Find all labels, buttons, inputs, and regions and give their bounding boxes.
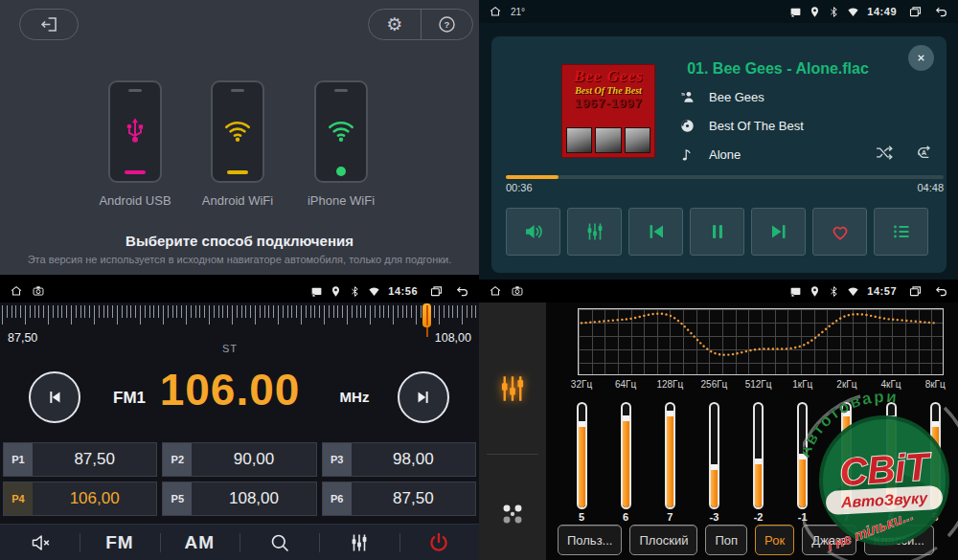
home-icon[interactable] [489, 5, 502, 18]
preset-frequency: 98,00 [352, 443, 475, 476]
eq-slider-256Гц[interactable] [709, 402, 719, 509]
eq-slider-32Гц[interactable] [577, 402, 587, 509]
scale-tick [375, 305, 376, 318]
camera-icon[interactable] [32, 284, 45, 298]
phone-outline [108, 80, 162, 183]
eq-slider-8кГц[interactable] [930, 402, 941, 509]
play-mode-controls: A [874, 143, 934, 163]
scale-tick [347, 305, 348, 325]
eq-slider-1кГц[interactable] [797, 402, 808, 509]
preset-P6[interactable]: P687,50 [322, 482, 476, 516]
previous-icon [645, 220, 668, 243]
eq-preset-плоский[interactable]: Плоский [629, 525, 697, 555]
back-icon[interactable] [934, 5, 948, 19]
volume-button[interactable] [506, 208, 560, 256]
toolbar-equalizer-button[interactable] [319, 525, 399, 560]
close-button[interactable] [908, 45, 934, 71]
frequency-display: 106.00 [0, 364, 460, 415]
recents-icon[interactable] [429, 284, 444, 299]
eq-slider-4кГц[interactable] [886, 402, 897, 509]
shuffle-icon[interactable] [874, 143, 894, 163]
eq-preset-польз[interactable]: Польз... [558, 525, 622, 555]
tuning-pointer[interactable] [422, 303, 431, 327]
toolbar-search-button[interactable] [240, 525, 319, 560]
toolbar-fm-button[interactable]: FM [80, 525, 159, 560]
scale-tick [287, 305, 288, 318]
favorite-button[interactable] [812, 208, 867, 256]
bluetooth-icon [828, 285, 840, 298]
next-button[interactable] [751, 208, 806, 256]
eq-slider-fill [623, 421, 629, 507]
camera-icon[interactable] [511, 284, 524, 298]
bluetooth-icon [349, 285, 361, 298]
eq-slider-512Гц[interactable] [753, 402, 764, 509]
scale-tick [393, 305, 394, 325]
settings-button[interactable]: ⚙ [369, 10, 421, 39]
scale-tick [149, 305, 150, 318]
home-icon[interactable] [489, 284, 502, 298]
exit-button[interactable] [19, 9, 79, 40]
help-button[interactable]: ? [421, 10, 473, 39]
scale-tick [172, 305, 173, 318]
toolbar-power-button[interactable] [399, 525, 479, 560]
eq-preset-рок[interactable]: Рок [755, 525, 794, 555]
artist-name: Bee Gees [709, 90, 764, 104]
preset-P1[interactable]: P187,50 [3, 442, 157, 477]
eq-slider-fill [888, 421, 895, 507]
connect-option-android-usb[interactable]: Android USB [108, 80, 162, 183]
eq-response-curve [579, 309, 943, 374]
repeat-all-icon[interactable]: A [914, 143, 934, 163]
recents-icon[interactable] [908, 5, 923, 19]
radio-toolbar: FMAM [0, 524, 479, 560]
eq-slider-128Гц[interactable] [665, 402, 675, 509]
eq-preset-поп[interactable]: Поп [705, 525, 747, 555]
heart-icon [829, 220, 852, 243]
playlist-button[interactable] [874, 208, 928, 256]
equalizer-button[interactable] [567, 208, 622, 256]
eq-preset-джазз[interactable]: Джазз [802, 525, 855, 555]
connect-option-android-wifi[interactable]: Android WiFi [211, 80, 264, 183]
tuning-scale[interactable] [0, 305, 479, 342]
connect-option-iphone-wifi[interactable]: iPhone WiFi [314, 80, 368, 183]
back-icon[interactable] [455, 284, 469, 299]
toolbar-mute-button[interactable] [0, 525, 80, 560]
scale-tick [370, 305, 371, 325]
balance-tab-icon[interactable] [497, 499, 528, 529]
preset-P4[interactable]: P4106,00 [3, 482, 157, 516]
total-time: 04:48 [917, 182, 944, 193]
toolbar-am-button[interactable]: AM [160, 525, 240, 560]
preset-P2[interactable]: P290,00 [162, 442, 316, 477]
location-icon [809, 6, 821, 18]
connect-screen: ⚙ ? Android USBAndroid WiFiiPhone WiFi В… [0, 0, 479, 275]
scale-tick [383, 305, 384, 318]
scale-tick [80, 305, 81, 318]
scale-tick [135, 305, 136, 318]
scale-tick [76, 305, 77, 318]
progress-bar[interactable] [506, 175, 944, 179]
eq-slider-2кГц[interactable] [841, 402, 852, 509]
scale-tick [66, 305, 67, 318]
eq-preset-класси[interactable]: Класси... [864, 525, 935, 555]
previous-button[interactable] [628, 208, 683, 256]
equalizer-tab-icon[interactable] [495, 371, 530, 406]
preset-P5[interactable]: P5108,00 [162, 482, 316, 516]
scale-tick [268, 305, 269, 318]
eq-slider-64Гц[interactable] [621, 402, 631, 509]
recents-icon[interactable] [908, 284, 923, 299]
statusbar: 14:56 [0, 280, 479, 302]
home-icon[interactable] [10, 284, 23, 298]
connect-option-label: iPhone WiFi [269, 193, 413, 208]
scale-tick [416, 305, 417, 325]
track-name: Alone [709, 147, 741, 162]
scale-tick [365, 305, 366, 318]
eq-slider-thumb [888, 415, 895, 421]
back-icon[interactable] [934, 284, 948, 299]
scale-tick [130, 305, 131, 318]
scale-tick [306, 305, 307, 318]
scale-tick [333, 305, 334, 318]
preset-P3[interactable]: P398,00 [322, 442, 476, 477]
pause-button[interactable] [690, 208, 744, 256]
scale-tick [273, 305, 274, 318]
statusbar: 14:57 [479, 280, 958, 302]
eq-slider-thumb [711, 464, 718, 470]
